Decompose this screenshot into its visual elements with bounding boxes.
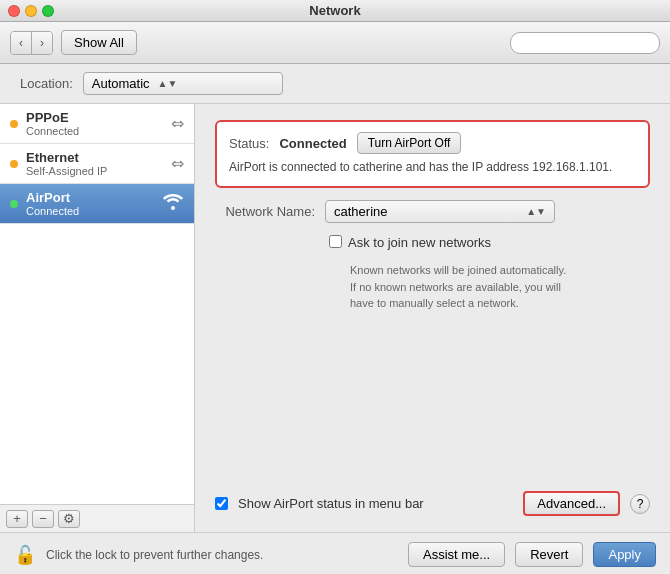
ethernet-name: Ethernet bbox=[26, 150, 163, 165]
back-button[interactable]: ‹ bbox=[11, 32, 32, 54]
ethernet-icon: ⇔ bbox=[171, 154, 184, 173]
location-bar: Location: Automatic ▲▼ bbox=[0, 64, 670, 104]
advanced-button[interactable]: Advanced... bbox=[523, 491, 620, 516]
search-input[interactable] bbox=[510, 32, 660, 54]
pppoe-status-dot bbox=[10, 120, 18, 128]
lock-icon[interactable]: 🔓 bbox=[14, 544, 36, 566]
known-networks-note: Known networks will be joined automatica… bbox=[350, 262, 650, 312]
show-all-button[interactable]: Show All bbox=[61, 30, 137, 55]
status-label: Status: bbox=[229, 136, 269, 151]
airport-status: Connected bbox=[26, 205, 154, 217]
location-dropdown[interactable]: Automatic ▲▼ bbox=[83, 72, 283, 95]
help-button[interactable]: ? bbox=[630, 494, 650, 514]
sidebar-item-airport[interactable]: AirPort Connected bbox=[0, 184, 194, 224]
forward-button[interactable]: › bbox=[32, 32, 52, 54]
toolbar: ‹ › Show All bbox=[0, 22, 670, 64]
traffic-lights bbox=[8, 5, 54, 17]
pppoe-info: PPPoE Connected bbox=[26, 110, 163, 137]
bottom-bar: 🔓 Click the lock to prevent further chan… bbox=[0, 532, 670, 574]
main-content: PPPoE Connected ⇔ Ethernet Self-Assigned… bbox=[0, 104, 670, 532]
pppoe-name: PPPoE bbox=[26, 110, 163, 125]
dropdown-arrow-icon: ▲▼ bbox=[158, 78, 178, 89]
sidebar: PPPoE Connected ⇔ Ethernet Self-Assigned… bbox=[0, 104, 195, 532]
airport-status-dot bbox=[10, 200, 18, 208]
pppoe-icon: ⇔ bbox=[171, 114, 184, 133]
turn-airport-off-button[interactable]: Turn AirPort Off bbox=[357, 132, 462, 154]
assist-me-button[interactable]: Assist me... bbox=[408, 542, 505, 567]
title-bar: Network bbox=[0, 0, 670, 22]
minimize-button[interactable] bbox=[25, 5, 37, 17]
status-value: Connected bbox=[279, 136, 346, 151]
airport-info: AirPort Connected bbox=[26, 190, 154, 217]
revert-button[interactable]: Revert bbox=[515, 542, 583, 567]
status-info: Status: Connected Turn AirPort Off AirPo… bbox=[229, 132, 636, 176]
status-description: AirPort is connected to catherine and ha… bbox=[229, 158, 636, 176]
window-title: Network bbox=[309, 3, 360, 18]
wifi-icon bbox=[162, 192, 184, 215]
network-name-label: Network Name: bbox=[215, 204, 315, 219]
join-networks-checkbox[interactable] bbox=[329, 235, 342, 248]
join-networks-row: Ask to join new networks bbox=[329, 235, 650, 250]
network-name-dropdown[interactable]: catherine ▲▼ bbox=[325, 200, 555, 223]
sidebar-item-ethernet[interactable]: Ethernet Self-Assigned IP ⇔ bbox=[0, 144, 194, 184]
network-name-value: catherine bbox=[334, 204, 518, 219]
show-airport-label: Show AirPort status in menu bar bbox=[238, 496, 424, 511]
network-name-row: Network Name: catherine ▲▼ bbox=[215, 200, 650, 223]
show-airport-checkbox[interactable] bbox=[215, 497, 228, 510]
network-gear-button[interactable]: ⚙ bbox=[58, 510, 80, 528]
location-value: Automatic bbox=[92, 76, 150, 91]
location-label: Location: bbox=[20, 76, 73, 91]
show-airport-bar: Show AirPort status in menu bar Advanced… bbox=[215, 481, 650, 516]
ethernet-info: Ethernet Self-Assigned IP bbox=[26, 150, 163, 177]
airport-name: AirPort bbox=[26, 190, 154, 205]
pppoe-status: Connected bbox=[26, 125, 163, 137]
status-row: Status: Connected Turn AirPort Off bbox=[229, 132, 636, 154]
right-panel: Status: Connected Turn AirPort Off AirPo… bbox=[195, 104, 670, 532]
join-networks-label: Ask to join new networks bbox=[348, 235, 491, 250]
status-box: Status: Connected Turn AirPort Off AirPo… bbox=[215, 120, 650, 188]
lock-text: Click the lock to prevent further change… bbox=[46, 548, 398, 562]
add-network-button[interactable]: + bbox=[6, 510, 28, 528]
apply-button[interactable]: Apply bbox=[593, 542, 656, 567]
ethernet-status-dot bbox=[10, 160, 18, 168]
ethernet-status: Self-Assigned IP bbox=[26, 165, 163, 177]
close-button[interactable] bbox=[8, 5, 20, 17]
remove-network-button[interactable]: − bbox=[32, 510, 54, 528]
network-dropdown-arrow-icon: ▲▼ bbox=[526, 206, 546, 217]
maximize-button[interactable] bbox=[42, 5, 54, 17]
sidebar-item-pppoe[interactable]: PPPoE Connected ⇔ bbox=[0, 104, 194, 144]
sidebar-list: PPPoE Connected ⇔ Ethernet Self-Assigned… bbox=[0, 104, 194, 504]
sidebar-bottom: + − ⚙ bbox=[0, 504, 194, 532]
nav-buttons: ‹ › bbox=[10, 31, 53, 55]
